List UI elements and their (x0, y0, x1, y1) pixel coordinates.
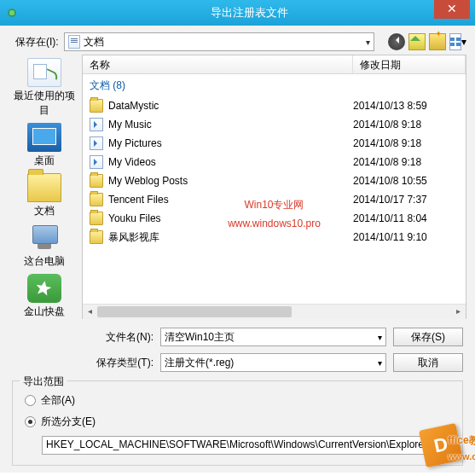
file-row[interactable]: My Music2014/10/8 9:18 (83, 115, 466, 134)
file-row[interactable]: My Videos2014/10/8 9:18 (83, 153, 466, 171)
folder-icon (90, 212, 103, 225)
sidebar-label-documents: 文档 (10, 204, 78, 218)
svg-rect-3 (456, 43, 461, 46)
sidebar-label-kuaipan: 金山快盘 (10, 305, 78, 319)
filetype-value: 注册文件(*.reg) (165, 356, 234, 370)
scroll-thumb[interactable] (97, 306, 292, 317)
file-date: 2014/10/8 9:18 (353, 156, 459, 168)
file-name: Tencent Files (108, 194, 353, 206)
sidebar-item-thispc[interactable]: 这台电脑 (10, 223, 78, 269)
file-list: 名称 修改日期 文档 (8) DataMystic2014/10/13 8:59… (82, 55, 466, 319)
svg-rect-0 (450, 38, 455, 41)
export-range-group: 导出范围 全部(A) 所选分支(E) HKEY_LOCAL_MACHINE\SO… (12, 380, 463, 466)
file-date: 2014/10/8 10:55 (353, 175, 459, 187)
view-menu-button[interactable]: ▾ (449, 33, 466, 50)
location-value: 文档 (84, 35, 104, 49)
file-name: DataMystic (108, 100, 353, 112)
radio-icon-checked (25, 416, 36, 427)
filetype-label: 保存类型(T): (85, 356, 154, 370)
folder-icon (90, 193, 103, 206)
sidebar-label-recent: 最近使用的项目 (10, 89, 78, 118)
file-row[interactable]: My Pictures2014/10/8 9:18 (83, 134, 466, 153)
radio-all[interactable]: 全部(A) (25, 393, 454, 408)
up-folder-icon (408, 33, 426, 50)
filetype-combo[interactable]: 注册文件(*.reg)▾ (160, 353, 386, 372)
filename-input[interactable]: 清空Win10主页▾ (160, 328, 386, 346)
svg-rect-1 (456, 38, 461, 41)
sidebar-item-desktop[interactable]: 桌面 (10, 123, 78, 168)
chevron-down-icon: ▾ (366, 38, 370, 47)
radio-icon (25, 395, 36, 406)
folder-icon (90, 174, 103, 188)
app-icon (5, 6, 19, 20)
folder-icon (90, 99, 103, 113)
radio-selected-branch[interactable]: 所选分支(E) (25, 415, 454, 429)
window-title: 导出注册表文件 (24, 5, 475, 20)
file-date: 2014/10/13 8:59 (353, 100, 459, 112)
media-icon (90, 155, 103, 169)
column-name[interactable]: 名称 (83, 55, 353, 73)
filename-value: 清空Win10主页 (165, 330, 235, 345)
chevron-down-icon: ▾ (378, 333, 382, 342)
file-date: 2014/10/11 8:04 (353, 212, 459, 224)
file-row[interactable]: Youku Files2014/10/11 8:04 (83, 209, 466, 228)
folder-icon (90, 230, 103, 244)
file-row[interactable]: DataMystic2014/10/13 8:59 (83, 96, 466, 115)
radio-branch-label: 所选分支(E) (41, 415, 96, 429)
export-range-title: 导出范围 (20, 374, 67, 389)
chevron-down-icon: ▾ (378, 358, 382, 368)
cancel-button[interactable]: 取消 (393, 353, 463, 372)
horizontal-scrollbar[interactable]: ◂ ▸ (83, 304, 466, 318)
save-button[interactable]: 保存(S) (393, 328, 463, 346)
sidebar-label-thispc: 这台电脑 (10, 254, 78, 269)
column-headers: 名称 修改日期 (83, 55, 466, 74)
file-name: My Music (108, 119, 353, 131)
file-name: My Weblog Posts (108, 175, 353, 187)
file-date: 2014/10/8 9:18 (353, 119, 459, 131)
location-combo[interactable]: 文档 ▾ (64, 32, 374, 51)
titlebar: 导出注册表文件 ✕ (0, 0, 475, 26)
column-date[interactable]: 修改日期 (353, 55, 466, 73)
radio-all-label: 全部(A) (41, 393, 75, 408)
places-sidebar: 最近使用的项目 桌面 文档 这台电脑 金山快盘 (7, 55, 82, 319)
desktop-icon (27, 123, 61, 152)
view-icon (449, 33, 461, 50)
group-header[interactable]: 文档 (8) (83, 76, 466, 96)
media-icon (90, 136, 103, 150)
document-icon (68, 35, 80, 49)
sidebar-item-recent[interactable]: 最近使用的项目 (10, 58, 78, 118)
new-folder-button[interactable] (429, 33, 446, 50)
close-button[interactable]: ✕ (434, 0, 470, 19)
kuaipan-icon (27, 274, 61, 303)
media-icon (90, 118, 103, 131)
file-row[interactable]: 暴风影视库2014/10/11 9:10 (83, 228, 466, 247)
file-date: 2014/10/8 9:18 (353, 137, 459, 149)
scroll-right-icon[interactable]: ▸ (451, 305, 466, 319)
file-name: My Pictures (108, 137, 353, 149)
back-icon (388, 33, 405, 50)
file-name: My Videos (108, 156, 353, 168)
sidebar-item-kuaipan[interactable]: 金山快盘 (10, 274, 78, 319)
computer-icon (27, 223, 61, 253)
scroll-left-icon[interactable]: ◂ (83, 305, 97, 319)
documents-icon (27, 173, 61, 202)
file-date: 2014/10/11 9:10 (353, 231, 459, 243)
svg-rect-2 (450, 43, 455, 46)
filename-label: 文件名(N): (85, 330, 154, 345)
file-name: 暴风影视库 (108, 230, 353, 245)
file-row[interactable]: Tencent Files2014/10/17 7:37 (83, 190, 466, 209)
up-button[interactable] (408, 33, 426, 50)
branch-path-input[interactable]: HKEY_LOCAL_MACHINE\SOFTWARE\Microsoft\Wi… (42, 436, 454, 455)
back-button[interactable] (388, 33, 405, 50)
file-row[interactable]: My Weblog Posts2014/10/8 10:55 (83, 171, 466, 190)
new-folder-icon (429, 33, 446, 50)
file-name: Youku Files (108, 212, 353, 224)
file-date: 2014/10/17 7:37 (353, 194, 459, 206)
recent-icon (27, 58, 61, 87)
sidebar-item-documents[interactable]: 文档 (10, 173, 78, 218)
sidebar-label-desktop: 桌面 (10, 154, 78, 168)
save-in-label: 保存在(I): (15, 35, 59, 49)
